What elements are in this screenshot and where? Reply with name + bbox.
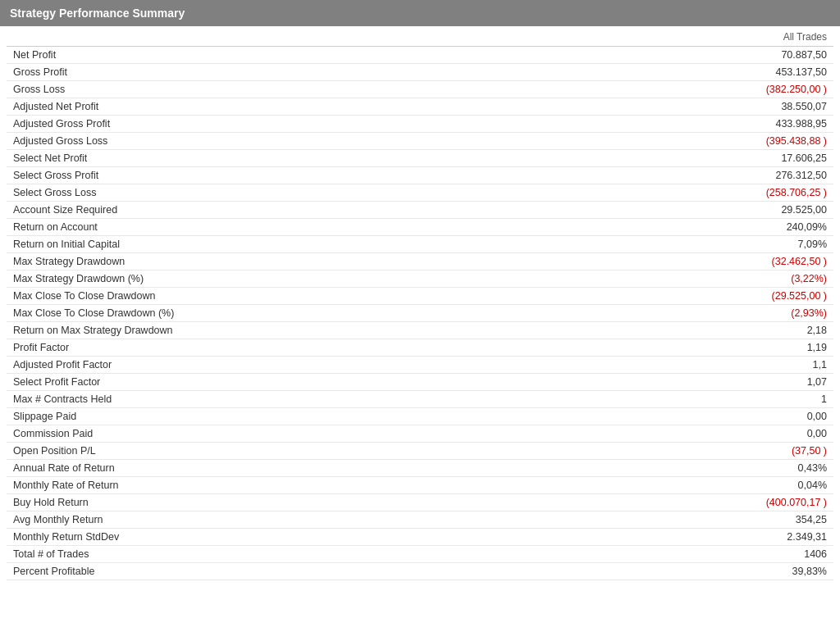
table-row: Return on Initial Capital7,09% <box>7 236 833 253</box>
table-row: Account Size Required29.525,00 <box>7 202 833 219</box>
table-row: Adjusted Net Profit38.550,07 <box>7 98 833 116</box>
table-row: Monthly Return StdDev2.349,31 <box>7 529 833 546</box>
table-row: Max Strategy Drawdown (%)(3,22%) <box>7 270 833 288</box>
row-value: 39,83% <box>587 563 833 580</box>
table-row: Percent Profitable39,83% <box>7 563 833 580</box>
row-value: (29.525,00 ) <box>587 288 833 305</box>
row-label: Monthly Rate of Return <box>7 477 587 494</box>
label-column-header <box>7 26 587 47</box>
header-title: Strategy Performance Summary <box>10 7 185 20</box>
table-row: Commission Paid0,00 <box>7 425 833 443</box>
row-value: 453.137,50 <box>587 64 833 81</box>
table-row: Adjusted Gross Loss(395.438,88 ) <box>7 133 833 150</box>
row-value: 17.606,25 <box>587 150 833 167</box>
row-label: Account Size Required <box>7 202 587 219</box>
table-row: Select Net Profit17.606,25 <box>7 150 833 167</box>
table-row: Gross Loss(382.250,00 ) <box>7 81 833 98</box>
table-row: Avg Monthly Return354,25 <box>7 511 833 529</box>
row-value: 276.312,50 <box>587 167 833 184</box>
row-value: 433.988,95 <box>587 116 833 133</box>
table-row: Max Close To Close Drawdown(29.525,00 ) <box>7 288 833 305</box>
row-label: Max Close To Close Drawdown (%) <box>7 305 587 322</box>
table-row: Max # Contracts Held1 <box>7 391 833 408</box>
table-row: Adjusted Gross Profit433.988,95 <box>7 116 833 133</box>
row-value: 0,43% <box>587 460 833 477</box>
table-row: Monthly Rate of Return0,04% <box>7 477 833 494</box>
row-label: Adjusted Gross Loss <box>7 133 587 150</box>
row-value: 7,09% <box>587 236 833 253</box>
row-label: Avg Monthly Return <box>7 511 587 529</box>
table-row: Select Gross Loss(258.706,25 ) <box>7 184 833 202</box>
table-row: Annual Rate of Return0,43% <box>7 460 833 477</box>
row-value: 0,00 <box>587 408 833 425</box>
table-row: Open Position P/L(37,50 ) <box>7 443 833 460</box>
table-row: Slippage Paid0,00 <box>7 408 833 425</box>
row-label: Return on Initial Capital <box>7 236 587 253</box>
table-row: Total # of Trades1406 <box>7 546 833 563</box>
row-label: Commission Paid <box>7 425 587 443</box>
row-value: 240,09% <box>587 219 833 236</box>
row-label: Adjusted Gross Profit <box>7 116 587 133</box>
table-row: Adjusted Profit Factor1,1 <box>7 357 833 374</box>
row-label: Select Gross Loss <box>7 184 587 202</box>
row-label: Profit Factor <box>7 339 587 357</box>
row-label: Total # of Trades <box>7 546 587 563</box>
table-row: Return on Account240,09% <box>7 219 833 236</box>
row-label: Adjusted Profit Factor <box>7 357 587 374</box>
row-value: (32.462,50 ) <box>587 253 833 270</box>
row-label: Gross Profit <box>7 64 587 81</box>
row-label: Percent Profitable <box>7 563 587 580</box>
row-label: Return on Account <box>7 219 587 236</box>
row-value: 2,18 <box>587 322 833 339</box>
table-row: Net Profit70.887,50 <box>7 47 833 64</box>
row-value: 1,19 <box>587 339 833 357</box>
row-value: 1 <box>587 391 833 408</box>
row-label: Max # Contracts Held <box>7 391 587 408</box>
row-label: Monthly Return StdDev <box>7 529 587 546</box>
row-value: 0,04% <box>587 477 833 494</box>
row-label: Buy Hold Return <box>7 494 587 511</box>
row-value: (3,22%) <box>587 270 833 288</box>
row-value: (395.438,88 ) <box>587 133 833 150</box>
row-label: Select Profit Factor <box>7 374 587 391</box>
row-value: 29.525,00 <box>587 202 833 219</box>
all-trades-column-header: All Trades <box>587 26 833 47</box>
row-value: 1,1 <box>587 357 833 374</box>
row-value: 70.887,50 <box>587 47 833 64</box>
table-row: Select Profit Factor1,07 <box>7 374 833 391</box>
row-label: Net Profit <box>7 47 587 64</box>
table-row: Return on Max Strategy Drawdown2,18 <box>7 322 833 339</box>
row-value: 0,00 <box>587 425 833 443</box>
row-label: Return on Max Strategy Drawdown <box>7 322 587 339</box>
row-label: Max Strategy Drawdown <box>7 253 587 270</box>
row-label: Gross Loss <box>7 81 587 98</box>
row-value: 1,07 <box>587 374 833 391</box>
row-value: (400.070,17 ) <box>587 494 833 511</box>
table-row: Profit Factor1,19 <box>7 339 833 357</box>
row-label: Select Gross Profit <box>7 167 587 184</box>
row-label: Annual Rate of Return <box>7 460 587 477</box>
table-row: Max Strategy Drawdown(32.462,50 ) <box>7 253 833 270</box>
header: Strategy Performance Summary <box>0 0 840 26</box>
row-value: (258.706,25 ) <box>587 184 833 202</box>
table-row: Select Gross Profit276.312,50 <box>7 167 833 184</box>
row-value: (37,50 ) <box>587 443 833 460</box>
table-row: Gross Profit453.137,50 <box>7 64 833 81</box>
row-value: 354,25 <box>587 511 833 529</box>
row-label: Max Close To Close Drawdown <box>7 288 587 305</box>
row-label: Open Position P/L <box>7 443 587 460</box>
row-label: Max Strategy Drawdown (%) <box>7 270 587 288</box>
row-value: (382.250,00 ) <box>587 81 833 98</box>
row-label: Adjusted Net Profit <box>7 98 587 116</box>
row-value: 38.550,07 <box>587 98 833 116</box>
row-label: Select Net Profit <box>7 150 587 167</box>
table-row: Max Close To Close Drawdown (%)(2,93%) <box>7 305 833 322</box>
table-row: Buy Hold Return(400.070,17 ) <box>7 494 833 511</box>
row-value: 1406 <box>587 546 833 563</box>
row-value: 2.349,31 <box>587 529 833 546</box>
row-label: Slippage Paid <box>7 408 587 425</box>
row-value: (2,93%) <box>587 305 833 322</box>
